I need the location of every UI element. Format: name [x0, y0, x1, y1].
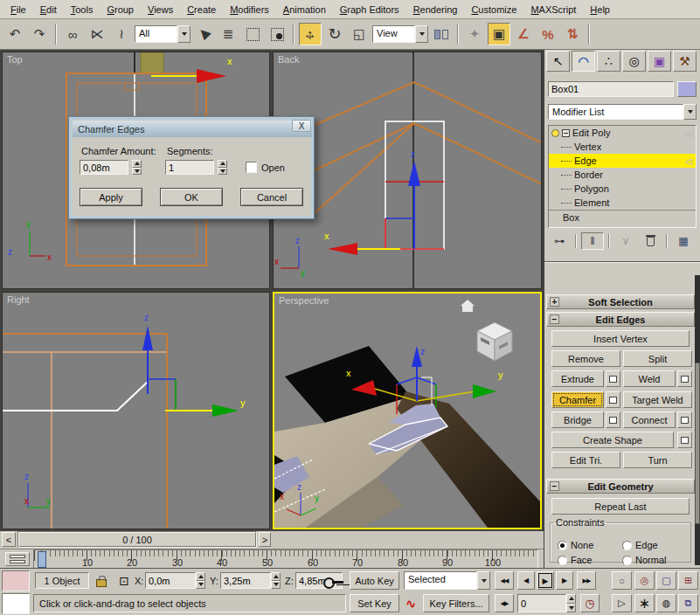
scrollbar-thumb[interactable]	[695, 363, 700, 524]
maxscript-mini-listener-white[interactable]	[2, 593, 30, 614]
current-frame-marker[interactable]	[38, 551, 46, 568]
collapse-icon[interactable]	[562, 129, 570, 137]
rect-selection-region-icon[interactable]	[241, 23, 264, 45]
menu-maxscript[interactable]: MAXScript	[523, 2, 583, 17]
cancel-button[interactable]: Cancel	[240, 188, 303, 206]
angle-snap-icon[interactable]: ∠	[512, 23, 535, 45]
weld-button[interactable]: Weld	[623, 370, 676, 387]
mirror-icon[interactable]	[430, 23, 453, 45]
viewport-perspective[interactable]: Perspective	[273, 292, 542, 529]
absolute-offset-mode-icon[interactable]: ⊡	[115, 572, 133, 589]
stack-item-element[interactable]: Element	[549, 196, 696, 210]
time-slider-next-button[interactable]: >	[259, 532, 271, 547]
auto-key-button[interactable]: Auto Key	[350, 571, 399, 590]
chamfer-settings-icon[interactable]	[606, 391, 620, 408]
menu-customize[interactable]: Customize	[464, 2, 523, 17]
open-mini-curve-editor-icon[interactable]	[5, 552, 30, 566]
modifier-list-dropdown[interactable]: Modifier List	[548, 104, 697, 120]
stack-item-vertex[interactable]: Vertex	[549, 140, 696, 154]
chamfer-button[interactable]: Chamfer	[551, 391, 604, 408]
go-to-end-button[interactable]: ▶▶	[577, 571, 596, 590]
x-spinner[interactable]	[196, 572, 205, 589]
field-of-view-icon[interactable]: ▷	[612, 594, 632, 612]
select-rotate-icon[interactable]: ↻	[323, 23, 346, 45]
tab-motion[interactable]: ◎	[622, 51, 646, 72]
snaps-toggle-icon[interactable]: ▣	[488, 23, 510, 45]
viewcube-icon[interactable]	[477, 322, 512, 361]
configure-modifier-sets-icon[interactable]: ▦	[672, 232, 695, 250]
set-key-button[interactable]: Set Key	[350, 594, 399, 612]
bridge-settings-icon[interactable]	[606, 411, 620, 428]
dropdown-arrow-icon[interactable]	[683, 104, 697, 120]
frame-spinner[interactable]	[566, 594, 576, 612]
spinner-snap-icon[interactable]: ⇅	[561, 23, 584, 45]
close-icon[interactable]: X	[292, 120, 311, 132]
dropdown-arrow-icon[interactable]	[477, 571, 490, 590]
y-coordinate-field[interactable]	[220, 572, 271, 589]
create-shape-button[interactable]: Create Shape	[551, 432, 674, 448]
menu-modifiers[interactable]: Modifiers	[223, 2, 276, 17]
menu-file[interactable]: File	[3, 2, 33, 17]
x-coordinate-field[interactable]	[145, 572, 196, 589]
constraint-edge-radio[interactable]: Edge	[622, 540, 658, 550]
key-mode-toggle-icon[interactable]: ◀▶	[495, 594, 514, 612]
viewport-right[interactable]: Right z y z x y	[2, 292, 270, 529]
rollout-soft-selection[interactable]: + Soft Selection	[546, 294, 695, 309]
select-link-icon[interactable]: ∞	[61, 23, 84, 45]
remove-button[interactable]: Remove	[551, 350, 620, 367]
connect-settings-icon[interactable]	[677, 411, 692, 428]
viewport-perspective-label[interactable]: Perspective	[279, 295, 329, 306]
edit-tri-button[interactable]: Edit Tri.	[551, 452, 620, 468]
stack-item-box[interactable]: Box	[549, 210, 696, 224]
menu-tools[interactable]: Tools	[64, 2, 100, 17]
chamfer-amount-spinner[interactable]	[132, 160, 142, 175]
remove-modifier-icon[interactable]	[639, 232, 662, 250]
apply-button[interactable]: Apply	[80, 188, 142, 206]
repeat-last-button[interactable]: Repeat Last	[551, 498, 690, 515]
tab-modify[interactable]: ◠	[572, 51, 595, 72]
menu-views[interactable]: Views	[141, 2, 180, 17]
chamfer-amount-field[interactable]	[80, 160, 128, 175]
turn-button[interactable]: Turn	[623, 452, 692, 468]
viewport-back-label[interactable]: Back	[278, 54, 299, 65]
zoom-extents-icon[interactable]: ▢	[656, 571, 676, 590]
stack-item-edge[interactable]: Edge ◁	[549, 154, 696, 168]
menu-group[interactable]: Group	[100, 2, 141, 17]
rollout-edit-geometry[interactable]: − Edit Geometry	[546, 479, 695, 494]
open-checkbox[interactable]	[246, 162, 257, 173]
current-frame-field[interactable]	[517, 594, 566, 612]
dropdown-arrow-icon[interactable]	[177, 25, 191, 43]
window-crossing-icon[interactable]	[266, 23, 288, 45]
percent-snap-icon[interactable]: %	[537, 23, 559, 45]
undo-icon[interactable]: ↶	[3, 23, 26, 45]
make-unique-icon[interactable]: ∨	[614, 232, 637, 250]
menu-rendering[interactable]: Rendering	[406, 2, 465, 17]
maxscript-mini-listener-pink[interactable]	[2, 570, 30, 591]
time-slider-track[interactable]: 0 / 100	[17, 531, 257, 548]
tab-hierarchy[interactable]: ∴	[597, 51, 620, 72]
constraint-face-radio[interactable]: Face	[558, 555, 592, 565]
constraint-normal-radio[interactable]: Normal	[622, 555, 666, 565]
ok-button[interactable]: OK	[160, 188, 223, 206]
constraint-none-radio[interactable]: None	[558, 540, 593, 550]
menu-animation[interactable]: Animation	[276, 2, 333, 17]
stack-item-border[interactable]: Border	[549, 168, 696, 182]
dropdown-arrow-icon[interactable]	[415, 25, 428, 43]
zoom-all-icon[interactable]: ◎	[634, 571, 655, 590]
track-bar-ruler[interactable]: 0 10 20 30 40 50 60 70 80 90 100	[33, 549, 538, 569]
weld-settings-icon[interactable]	[677, 370, 692, 387]
show-end-result-icon[interactable]: ‖	[581, 232, 604, 250]
insert-vertex-button[interactable]: Insert Vertex	[551, 330, 690, 347]
manipulate-icon[interactable]: ✦	[463, 23, 486, 45]
select-object-icon[interactable]: ▶	[192, 23, 215, 45]
key-filters-button[interactable]: Key Filters...	[423, 594, 489, 612]
split-button[interactable]: Split	[623, 350, 692, 367]
tab-utilities[interactable]: ⚒	[673, 51, 697, 72]
arc-rotate-icon[interactable]: ◍	[656, 594, 676, 612]
tab-create[interactable]: ↖	[546, 51, 570, 72]
lightbulb-icon[interactable]	[551, 129, 559, 137]
min-max-toggle-icon[interactable]: ⧉	[678, 594, 698, 612]
viewport-top-label[interactable]: Top	[7, 54, 23, 65]
reference-coordinate-dropdown[interactable]: View	[372, 25, 428, 43]
dialog-title-bar[interactable]: Chamfer Edges	[73, 121, 312, 137]
